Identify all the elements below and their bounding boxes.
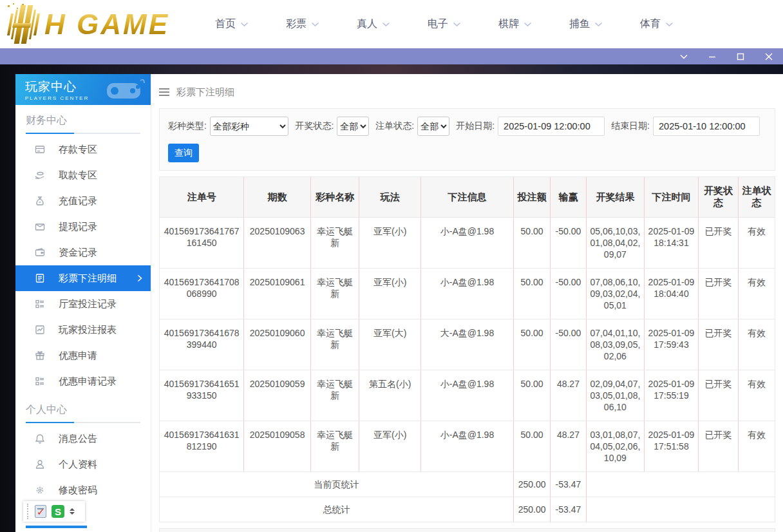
sidebar-item[interactable]: 优惠申请 [15, 343, 151, 368]
table-cell: 大-A盘@1.98 [421, 319, 514, 370]
table-cell: 401569173641678399440 [160, 319, 244, 370]
sidebar-item-label: 资金记录 [59, 247, 97, 259]
window-maximize-button[interactable] [726, 48, 755, 64]
gamepad-watermark-icon [103, 78, 146, 104]
table-cell: 亚军(小) [359, 421, 421, 472]
table-cell: 有效 [739, 218, 775, 269]
menu-toggle-icon[interactable] [159, 88, 169, 96]
table-cell: 20250109058 [244, 421, 311, 472]
sidebar-item[interactable]: 取款专区 [15, 162, 151, 188]
nav-item-4[interactable]: 棋牌 [498, 17, 532, 31]
column-header: 彩种名称 [310, 177, 359, 218]
table-cell: 小-A盘@1.98 [421, 421, 514, 472]
table-cell: 401569173641651933150 [160, 370, 244, 421]
lottery-type-select[interactable]: 全部彩种 [210, 117, 289, 136]
table-cell: 05,06,10,03,01,08,04,02,09,07 [586, 218, 645, 269]
start-date-input[interactable] [498, 117, 605, 136]
chevron-down-icon [311, 22, 319, 27]
nav-item-label: 彩票 [286, 17, 307, 31]
table-cell: 小-A盘@1.98 [421, 218, 514, 269]
order-status-select[interactable]: 全部 [417, 117, 449, 136]
table-cell: 50.00 [513, 218, 550, 269]
table-cell: 已开奖 [698, 370, 738, 421]
nav-item-6[interactable]: 体育 [640, 17, 674, 31]
bet-table: 注单号期数彩种名称玩法下注信息投注额输赢开奖结果下注时间开奖状态注单状态 401… [160, 177, 775, 522]
nav-item-label: 捕鱼 [569, 17, 590, 31]
close-icon [765, 53, 773, 61]
section-underline [26, 133, 140, 134]
nav-item-5[interactable]: 捕鱼 [569, 17, 603, 31]
document-list-icon [34, 273, 45, 284]
chevron-right-icon [137, 273, 142, 284]
maximize-icon [737, 53, 744, 61]
chevron-down-icon [665, 22, 674, 27]
green-s-app-icon[interactable]: S [52, 505, 64, 518]
page-title: 彩票下注明细 [176, 86, 234, 99]
minimize-icon [708, 53, 716, 61]
table-cell: 2025-01-09 17:59:43 [645, 319, 699, 370]
nav-item-label: 电子 [428, 17, 448, 31]
table-cell: 亚军(小) [359, 269, 421, 319]
sidebar-item[interactable]: 彩票下注明细 [15, 265, 151, 291]
drag-handle-icon[interactable] [27, 504, 30, 519]
document-check-icon[interactable] [35, 505, 46, 518]
table-cell: 2025-01-09 17:51:58 [645, 421, 699, 472]
window-dropdown-button[interactable] [670, 48, 698, 64]
table-row: 40156917364167839944020250109060幸运飞艇新亚军(… [160, 319, 775, 370]
table-cell: 幸运飞艇新 [310, 218, 359, 269]
site-logo[interactable]: H GAME [9, 5, 189, 44]
window-minimize-button[interactable] [698, 48, 726, 64]
screenshot-tool-overlay[interactable]: S [23, 501, 85, 522]
sidebar-item[interactable]: 修改密码 [15, 477, 151, 503]
table-cell: 20250109063 [244, 218, 311, 269]
table-cell: 幸运飞艇新 [310, 370, 359, 421]
chevron-down-icon [594, 22, 603, 27]
nav-item-1[interactable]: 彩票 [286, 17, 319, 31]
sidebar-item[interactable]: 资金记录 [15, 240, 151, 265]
nav-item-label: 真人 [357, 17, 377, 31]
table-cell: -50.00 [551, 218, 586, 269]
summary-bet-total: 250.00 [513, 472, 550, 497]
end-date-input[interactable] [653, 117, 760, 136]
withdraw-hand-icon [34, 170, 45, 181]
nav-item-2[interactable]: 真人 [357, 17, 390, 31]
sidebar-item-label: 厅室投注记录 [59, 298, 117, 310]
sidebar-item[interactable]: 充值记录 [15, 188, 151, 214]
sidebar-item[interactable]: 玩家投注报表 [15, 317, 151, 343]
sidebar-item[interactable]: 消息公告 [15, 426, 151, 451]
sidebar-item[interactable]: 厅室投注记录 [15, 291, 151, 317]
sidebar-item-label: 提现记录 [59, 221, 97, 233]
nav-item-label: 首页 [215, 17, 236, 31]
deposit-card-icon [34, 144, 45, 155]
table-cell: 50.00 [513, 319, 550, 370]
screen: H GAME 首页彩票真人电子棋牌捕鱼体育 玩家中心 PLAYERS CENTE… [0, 0, 783, 532]
sidebar-item[interactable]: 存款专区 [15, 137, 151, 162]
filter-panel: 彩种类型: 全部彩种 开奖状态: 全部 注单状态: 全部 开始日期: 结束日期: [159, 108, 775, 171]
sidebar-item[interactable]: 个人资料 [15, 451, 151, 477]
collapse-arrows-icon[interactable] [70, 508, 75, 515]
sidebar-item[interactable]: 提现记录 [15, 214, 151, 240]
chevron-down-icon [453, 22, 461, 27]
table-cell: 小-A盘@1.98 [421, 370, 514, 421]
table-cell: 401569173641708068990 [160, 269, 244, 319]
sidebar-item[interactable]: 优惠申请记录 [15, 368, 151, 394]
sidebar-item-label: 消息公告 [59, 433, 97, 445]
summary-empty-cell [586, 472, 775, 497]
sidebar-item-label: 玩家投注报表 [59, 324, 117, 336]
cash-envelope-icon [34, 222, 45, 233]
table-cell: 幸运飞艇新 [310, 269, 359, 319]
table-cell: 已开奖 [698, 319, 738, 370]
draw-status-select[interactable]: 全部 [337, 117, 369, 136]
search-button[interactable]: 查询 [168, 144, 199, 162]
bet-table-head: 注单号期数彩种名称玩法下注信息投注额输赢开奖结果下注时间开奖状态注单状态 [160, 177, 775, 218]
nav-item-3[interactable]: 电子 [428, 17, 461, 31]
window-close-button[interactable] [755, 48, 783, 64]
sidebar-header: 玩家中心 PLAYERS CENTER [15, 74, 151, 105]
column-header: 玩法 [359, 177, 421, 218]
table-cell: 第五名(小) [359, 370, 421, 421]
summary-bet-total: 250.00 [513, 497, 550, 522]
sidebar-item-label: 彩票下注明细 [59, 272, 117, 285]
table-cell: 亚军(大) [359, 319, 421, 370]
table-cell: 07,04,01,10,08,03,09,05,02,06 [586, 319, 645, 370]
nav-item-0[interactable]: 首页 [215, 17, 249, 31]
